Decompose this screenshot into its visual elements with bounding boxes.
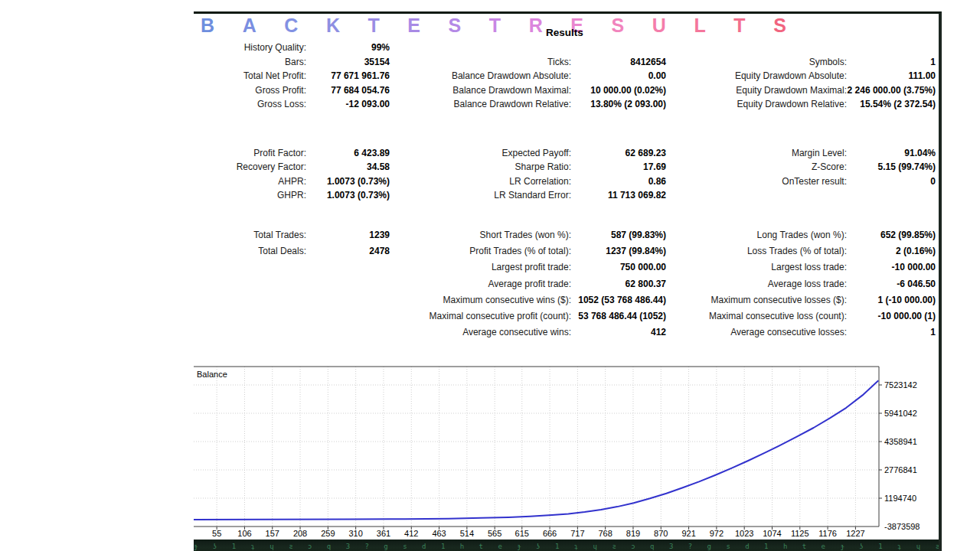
stat-label: Gross Profit:	[194, 85, 306, 96]
balance-chart: 0551061572082593103614124635145656156667…	[194, 363, 936, 540]
stat-label: Ticks:	[390, 57, 571, 67]
results-heading: Results	[194, 27, 936, 38]
x-tick-label: 615	[515, 529, 529, 538]
stat-label: Balance Drawdown Absolute:	[390, 70, 571, 81]
stat-label: LR Standard Error:	[390, 190, 571, 201]
stat-value: 1 (-10 000.00)	[847, 295, 936, 305]
stat-value: 0.00	[571, 70, 666, 81]
stat-value: 2478	[306, 246, 390, 256]
stat-value: 1	[847, 327, 936, 337]
stat-row: Maximum consecutive wins ($):1052 (53 76…	[194, 292, 936, 308]
x-tick-label: 666	[543, 529, 557, 538]
stat-label: Profit Factor:	[194, 148, 306, 158]
stat-value: 8412654	[571, 57, 666, 67]
stat-value: 412	[571, 327, 666, 337]
stat-row: Total Trades:1239Short Trades (won %):58…	[194, 227, 936, 243]
stat-value: 6 423.89	[306, 148, 390, 158]
x-tick-label: 1125	[791, 529, 809, 538]
stat-label: Bars:	[194, 57, 306, 67]
stat-label: Balance Drawdown Maximal:	[390, 85, 571, 96]
stat-row: Recovery Factor:34.58Sharpe Ratio:17.69Z…	[194, 160, 936, 174]
stat-row: Profit Factor:6 423.89Expected Payoff:62…	[194, 146, 936, 161]
x-tick-label: 157	[266, 529, 279, 538]
x-tick-label: 1023	[735, 529, 753, 538]
stat-row: Maximal consecutive profit (count):53 76…	[194, 308, 936, 324]
y-tick-label: 7523142	[884, 380, 917, 390]
stat-value: 5.15 (99.74%)	[847, 161, 936, 172]
stat-row: AHPR:1.0073 (0.73%)LR Correlation:0.86On…	[194, 174, 936, 189]
stat-row: Average consecutive wins:412Average cons…	[194, 324, 936, 341]
stat-value: 17.69	[571, 161, 666, 172]
stat-label: Balance Drawdown Relative:	[390, 99, 571, 109]
x-tick-label: 1074	[763, 529, 781, 538]
stat-value: -6 046.50	[847, 279, 936, 289]
stat-label: GHPR:	[194, 190, 306, 201]
y-tick-label: 4358941	[884, 437, 917, 446]
x-tick-label: 717	[570, 529, 584, 538]
stats-spacer	[194, 112, 936, 146]
stat-value: 1.0073 (0.73%)	[306, 190, 390, 201]
stat-value: 15.54% (2 372.54)	[847, 99, 936, 109]
x-tick-label: 310	[348, 529, 362, 538]
x-tick-label: 514	[460, 529, 474, 538]
x-tick-label: 259	[321, 529, 335, 538]
stat-label: Loss Trades (% of total):	[666, 246, 847, 256]
stat-value: 2 (0.16%)	[847, 246, 936, 256]
stat-row: Gross Profit:77 684 054.76Balance Drawdo…	[194, 83, 936, 98]
stat-label: Long Trades (won %):	[666, 230, 847, 240]
stat-value: 13.80% (2 093.00)	[571, 99, 666, 109]
x-tick-label: 921	[681, 529, 695, 538]
stat-value: 35154	[306, 57, 390, 67]
stat-label: Sharpe Ratio:	[390, 161, 571, 172]
x-tick-label: 768	[598, 529, 612, 538]
x-tick-label: 819	[626, 529, 640, 538]
stat-value: 34.58	[306, 161, 390, 172]
stat-row: Total Deals:2478Profit Trades (% of tota…	[194, 243, 936, 259]
chart-legend-balance: Balance	[197, 370, 227, 379]
stat-row: History Quality:99%	[194, 41, 936, 55]
backtest-report-panel: BACKTESTRESULTS Results History Quality:…	[194, 11, 942, 551]
y-tick-label: 1194740	[884, 494, 916, 503]
stat-row: Average profit trade:62 800.37Average lo…	[194, 276, 936, 292]
stat-value: 1.0073 (0.73%)	[306, 176, 390, 187]
y-tick-label: 2776841	[884, 465, 917, 474]
stat-value: 11 713 069.82	[571, 190, 666, 201]
stat-label: Maximal consecutive loss (count):	[666, 311, 847, 321]
stat-value: 2 246 000.00 (3.75%)	[847, 85, 936, 96]
balance-chart-svg: 0551061572082593103614124635145656156667…	[194, 363, 936, 540]
stat-value: 750 000.00	[571, 262, 666, 272]
x-tick-label: 870	[654, 529, 668, 538]
stat-row: GHPR:1.0073 (0.73%)LR Standard Error:11 …	[194, 188, 936, 203]
y-tick-label: 5941042	[884, 409, 917, 418]
x-tick-label: 55	[212, 529, 221, 538]
stat-label: Largest loss trade:	[666, 262, 847, 272]
x-tick-label: 463	[432, 529, 446, 538]
statistics-table: History Quality:99%Bars:35154Ticks:84126…	[194, 41, 936, 341]
stat-value: 1052 (53 768 486.44)	[571, 295, 666, 305]
stat-label: History Quality:	[194, 42, 306, 53]
stat-label: Total Deals:	[194, 246, 306, 256]
stat-value: -10 000.00 (1)	[847, 311, 936, 321]
stat-label: Expected Payoff:	[390, 148, 571, 158]
stat-label: Gross Loss:	[194, 99, 306, 109]
stat-label: Profit Trades (% of total):	[390, 246, 571, 256]
stat-label: Total Trades:	[194, 230, 306, 240]
stat-value: 1	[847, 57, 936, 67]
stat-label: OnTester result:	[666, 176, 847, 187]
stat-label: Equity Drawdown Maximal:	[666, 85, 847, 96]
stat-label: AHPR:	[194, 176, 306, 187]
x-tick-label: 106	[237, 529, 251, 538]
stat-label: Total Net Profit:	[194, 70, 306, 81]
x-tick-label: 1176	[818, 529, 837, 538]
balance-line	[194, 380, 878, 520]
y-tick-label: -3873598	[884, 522, 920, 531]
x-tick-label: 412	[404, 529, 418, 538]
stat-row: Gross Loss:-12 093.00Balance Drawdown Re…	[194, 97, 936, 112]
stat-value: 587 (99.83%)	[571, 230, 666, 240]
stat-label: Average profit trade:	[390, 279, 571, 289]
stat-value: 0.86	[571, 176, 666, 187]
stat-label: Equity Drawdown Relative:	[666, 99, 847, 109]
stat-row: Total Net Profit:77 671 961.76Balance Dr…	[194, 69, 936, 83]
stat-label: Recovery Factor:	[194, 161, 306, 172]
stat-label: Margin Level:	[666, 148, 847, 158]
